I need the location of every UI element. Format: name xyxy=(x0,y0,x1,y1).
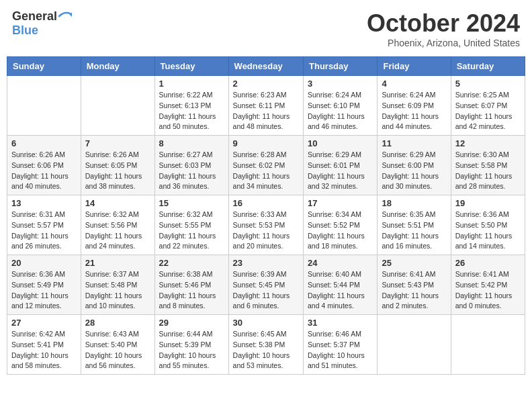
sunrise-text: Sunrise: 6:41 AM xyxy=(455,270,509,278)
daylight-text: Daylight: 11 hours and 6 minutes. xyxy=(233,291,290,310)
day-number: 25 xyxy=(382,258,446,268)
sunrise-text: Sunrise: 6:36 AM xyxy=(11,270,65,278)
sunrise-text: Sunrise: 6:24 AM xyxy=(308,91,361,99)
day-number: 27 xyxy=(11,318,77,328)
sunset-text: Sunset: 6:11 PM xyxy=(233,101,285,109)
calendar-cell: 13 Sunrise: 6:31 AM Sunset: 5:57 PM Dayl… xyxy=(7,195,81,255)
weekday-header-wednesday: Wednesday xyxy=(228,57,303,76)
day-number: 9 xyxy=(233,138,299,148)
day-number: 3 xyxy=(308,79,373,89)
daylight-text: Daylight: 11 hours and 40 minutes. xyxy=(11,172,69,191)
calendar-cell xyxy=(451,315,525,375)
daylight-text: Daylight: 11 hours and 38 minutes. xyxy=(85,172,142,191)
sunset-text: Sunset: 5:43 PM xyxy=(382,281,434,289)
day-number: 29 xyxy=(159,318,224,328)
sunrise-text: Sunrise: 6:33 AM xyxy=(233,210,287,218)
sunrise-text: Sunrise: 6:44 AM xyxy=(159,330,213,338)
page-header: General Blue October 2024 Phoenix, Arizo… xyxy=(7,7,525,51)
sunset-text: Sunset: 6:09 PM xyxy=(382,101,434,109)
cell-content: Sunrise: 6:26 AM Sunset: 6:05 PM Dayligh… xyxy=(85,150,150,192)
calendar-week-row: 27 Sunrise: 6:42 AM Sunset: 5:41 PM Dayl… xyxy=(7,315,525,375)
cell-content: Sunrise: 6:41 AM Sunset: 5:42 PM Dayligh… xyxy=(455,269,521,312)
location-title: Phoenix, Arizona, United States xyxy=(367,38,520,48)
sunset-text: Sunset: 5:40 PM xyxy=(85,340,138,349)
month-title: October 2024 xyxy=(367,9,520,38)
calendar-cell: 3 Sunrise: 6:24 AM Sunset: 6:10 PM Dayli… xyxy=(304,76,378,136)
calendar-cell: 24 Sunrise: 6:40 AM Sunset: 5:44 PM Dayl… xyxy=(304,255,378,315)
sunset-text: Sunset: 5:50 PM xyxy=(455,221,508,229)
sunrise-text: Sunrise: 6:43 AM xyxy=(85,330,139,338)
calendar-week-row: 6 Sunrise: 6:26 AM Sunset: 6:06 PM Dayli… xyxy=(7,136,525,195)
cell-content: Sunrise: 6:28 AM Sunset: 6:02 PM Dayligh… xyxy=(233,150,299,192)
day-number: 30 xyxy=(233,318,299,328)
calendar-cell: 2 Sunrise: 6:23 AM Sunset: 6:11 PM Dayli… xyxy=(228,76,303,136)
day-number: 1 xyxy=(159,79,224,89)
daylight-text: Daylight: 11 hours and 32 minutes. xyxy=(308,172,365,191)
day-number: 13 xyxy=(11,198,77,208)
sunrise-text: Sunrise: 6:45 AM xyxy=(233,330,287,338)
cell-content: Sunrise: 6:22 AM Sunset: 6:13 PM Dayligh… xyxy=(159,90,224,132)
day-number: 21 xyxy=(85,258,150,268)
sunrise-text: Sunrise: 6:29 AM xyxy=(382,150,435,158)
cell-content: Sunrise: 6:37 AM Sunset: 5:48 PM Dayligh… xyxy=(85,269,150,312)
day-number: 22 xyxy=(159,258,224,268)
sunrise-text: Sunrise: 6:37 AM xyxy=(85,270,139,278)
cell-content: Sunrise: 6:29 AM Sunset: 6:00 PM Dayligh… xyxy=(382,150,446,192)
daylight-text: Daylight: 11 hours and 16 minutes. xyxy=(382,232,439,250)
daylight-text: Daylight: 11 hours and 24 minutes. xyxy=(85,232,142,250)
cell-content: Sunrise: 6:27 AM Sunset: 6:03 PM Dayligh… xyxy=(159,150,224,192)
day-number: 17 xyxy=(308,198,373,208)
sunrise-text: Sunrise: 6:30 AM xyxy=(455,150,509,158)
sunrise-text: Sunrise: 6:29 AM xyxy=(308,150,361,158)
calendar-cell: 23 Sunrise: 6:39 AM Sunset: 5:45 PM Dayl… xyxy=(228,255,303,315)
daylight-text: Daylight: 11 hours and 46 minutes. xyxy=(308,112,365,131)
daylight-text: Daylight: 11 hours and 28 minutes. xyxy=(455,172,513,191)
day-number: 28 xyxy=(85,318,150,328)
calendar-cell: 26 Sunrise: 6:41 AM Sunset: 5:42 PM Dayl… xyxy=(451,255,525,315)
calendar-cell: 31 Sunrise: 6:46 AM Sunset: 5:37 PM Dayl… xyxy=(304,315,378,375)
daylight-text: Daylight: 10 hours and 55 minutes. xyxy=(159,351,216,370)
calendar-cell: 25 Sunrise: 6:41 AM Sunset: 5:43 PM Dayl… xyxy=(378,255,451,315)
sunrise-text: Sunrise: 6:26 AM xyxy=(85,150,139,158)
day-number: 16 xyxy=(233,198,299,208)
sunrise-text: Sunrise: 6:32 AM xyxy=(159,210,213,218)
logo-general-text: General xyxy=(12,9,57,24)
sunset-text: Sunset: 6:06 PM xyxy=(11,161,64,169)
daylight-text: Daylight: 11 hours and 48 minutes. xyxy=(233,112,290,131)
cell-content: Sunrise: 6:36 AM Sunset: 5:50 PM Dayligh… xyxy=(455,210,521,252)
cell-content: Sunrise: 6:24 AM Sunset: 6:10 PM Dayligh… xyxy=(308,90,373,132)
sunset-text: Sunset: 5:58 PM xyxy=(455,161,508,169)
sunset-text: Sunset: 5:42 PM xyxy=(455,281,508,289)
daylight-text: Daylight: 10 hours and 51 minutes. xyxy=(308,351,365,370)
calendar-cell: 27 Sunrise: 6:42 AM Sunset: 5:41 PM Dayl… xyxy=(7,315,81,375)
sunset-text: Sunset: 5:56 PM xyxy=(85,221,138,229)
calendar-week-row: 20 Sunrise: 6:36 AM Sunset: 5:49 PM Dayl… xyxy=(7,255,525,315)
calendar-cell: 30 Sunrise: 6:45 AM Sunset: 5:38 PM Dayl… xyxy=(228,315,303,375)
day-number: 11 xyxy=(382,138,446,148)
cell-content: Sunrise: 6:39 AM Sunset: 5:45 PM Dayligh… xyxy=(233,269,299,312)
cell-content: Sunrise: 6:44 AM Sunset: 5:39 PM Dayligh… xyxy=(159,329,224,371)
weekday-header-tuesday: Tuesday xyxy=(154,57,228,76)
weekday-header-saturday: Saturday xyxy=(451,57,525,76)
daylight-text: Daylight: 11 hours and 36 minutes. xyxy=(159,172,216,191)
sunset-text: Sunset: 5:51 PM xyxy=(382,221,434,229)
cell-content: Sunrise: 6:26 AM Sunset: 6:06 PM Dayligh… xyxy=(11,150,77,192)
calendar-cell: 9 Sunrise: 6:28 AM Sunset: 6:02 PM Dayli… xyxy=(228,136,303,195)
logo: General Blue xyxy=(12,9,72,38)
sunrise-text: Sunrise: 6:31 AM xyxy=(11,210,65,218)
calendar-cell: 4 Sunrise: 6:24 AM Sunset: 6:09 PM Dayli… xyxy=(378,76,451,136)
sunrise-text: Sunrise: 6:28 AM xyxy=(233,150,287,158)
calendar-cell: 22 Sunrise: 6:38 AM Sunset: 5:46 PM Dayl… xyxy=(154,255,228,315)
day-number: 24 xyxy=(308,258,373,268)
daylight-text: Daylight: 11 hours and 44 minutes. xyxy=(382,112,439,131)
daylight-text: Daylight: 11 hours and 10 minutes. xyxy=(85,291,142,310)
day-number: 12 xyxy=(455,138,521,148)
day-number: 4 xyxy=(382,79,446,89)
daylight-text: Daylight: 10 hours and 53 minutes. xyxy=(233,351,290,370)
sunset-text: Sunset: 5:44 PM xyxy=(308,281,360,289)
sunset-text: Sunset: 5:52 PM xyxy=(308,221,360,229)
sunrise-text: Sunrise: 6:25 AM xyxy=(455,91,509,99)
sunrise-text: Sunrise: 6:34 AM xyxy=(308,210,361,218)
sunrise-text: Sunrise: 6:42 AM xyxy=(11,330,65,338)
cell-content: Sunrise: 6:41 AM Sunset: 5:43 PM Dayligh… xyxy=(382,269,446,312)
